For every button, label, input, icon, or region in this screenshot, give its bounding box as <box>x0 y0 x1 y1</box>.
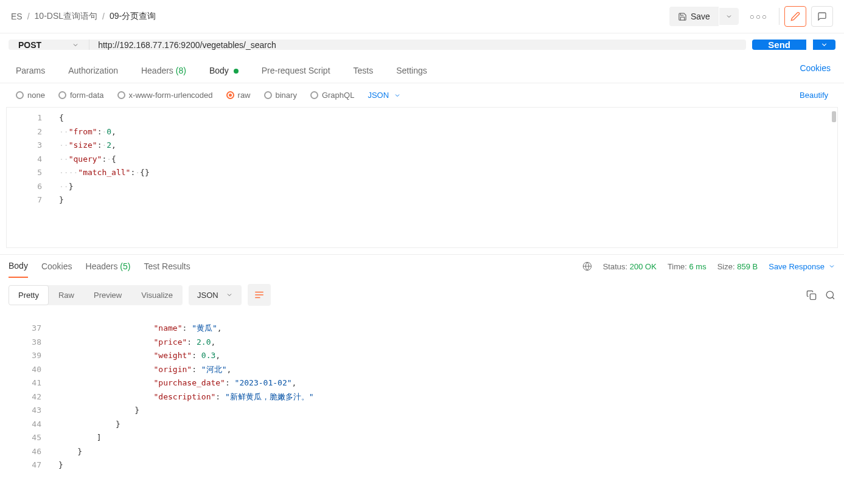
method-url-group: POST <box>9 40 746 50</box>
search-icon[interactable] <box>825 290 835 300</box>
beautify-button[interactable]: Beautify <box>800 91 828 100</box>
save-icon <box>678 12 687 21</box>
chevron-down-icon <box>828 263 835 270</box>
method-select[interactable]: POST <box>9 40 89 50</box>
radio-raw[interactable]: raw <box>226 91 251 100</box>
view-pretty[interactable]: Pretty <box>9 285 49 305</box>
resp-headers-count: (5) <box>120 261 130 271</box>
chevron-down-icon <box>394 92 401 99</box>
radio-formdata[interactable]: form-data <box>58 91 104 100</box>
resp-tab-results[interactable]: Test Results <box>144 261 190 277</box>
tab-params[interactable]: Params <box>13 61 47 83</box>
response-actions <box>806 290 835 300</box>
comment-button[interactable] <box>811 6 833 27</box>
chevron-down-icon <box>226 291 233 299</box>
tab-body[interactable]: Body <box>207 61 241 83</box>
save-response-button[interactable]: Save Response <box>769 262 835 271</box>
svg-rect-5 <box>810 294 815 299</box>
svg-line-7 <box>832 297 834 299</box>
chevron-down-icon <box>725 13 733 20</box>
save-dropdown-button[interactable] <box>719 8 739 25</box>
save-button[interactable]: Save <box>669 7 719 26</box>
radio-binary[interactable]: binary <box>264 91 297 100</box>
view-mode-segment: Pretty Raw Preview Visualize <box>9 285 183 305</box>
request-body-editor[interactable]: 1234567 { ··"from":·0, ··"size":·2, ··"q… <box>6 107 838 248</box>
breadcrumb-mid[interactable]: 10-DSL查询语句 <box>35 11 97 22</box>
save-label: Save <box>691 12 710 21</box>
tab-headers[interactable]: Headers (8) <box>139 61 189 83</box>
tab-settings[interactable]: Settings <box>394 61 430 83</box>
url-input[interactable] <box>89 40 746 50</box>
code-lines: { ··"from":·0, ··"size":·2, ··"query":·{… <box>7 108 837 247</box>
status-value: 200 OK <box>630 262 657 271</box>
radio-urlencoded[interactable]: x-www-form-urlencoded <box>117 91 213 100</box>
time-value: 6 ms <box>689 262 706 271</box>
method-label: POST <box>18 40 41 50</box>
comment-icon <box>817 12 827 21</box>
body-type-options: none form-data x-www-form-urlencoded raw… <box>0 83 844 107</box>
raw-format-select[interactable]: JSON <box>368 91 401 100</box>
more-button[interactable]: ○○○ <box>744 7 774 26</box>
resp-tab-body[interactable]: Body <box>9 261 28 278</box>
pencil-icon <box>790 12 800 21</box>
ellipsis-icon: ○○○ <box>750 12 768 21</box>
view-raw[interactable]: Raw <box>49 285 84 305</box>
breadcrumb-root[interactable]: ES <box>11 12 23 21</box>
radio-graphql[interactable]: GraphQL <box>310 91 354 100</box>
wrap-icon <box>254 289 265 300</box>
chevron-down-icon <box>72 41 79 49</box>
body-modified-indicator <box>234 69 239 74</box>
view-visualize[interactable]: Visualize <box>131 285 183 305</box>
breadcrumb: ES / 10-DSL查询语句 / 09-分页查询 <box>11 11 156 22</box>
copy-icon[interactable] <box>806 290 817 300</box>
headers-count: (8) <box>176 66 186 75</box>
line-gutter: 1234567 <box>7 108 51 247</box>
response-tabs: Body Cookies Headers (5) Test Results St… <box>0 255 844 278</box>
send-dropdown-button[interactable] <box>813 40 835 50</box>
line-gutter: 3738394041424344454647 <box>6 312 50 476</box>
tab-authorization[interactable]: Authorization <box>66 61 120 83</box>
response-body-viewer[interactable]: 3738394041424344454647 "name": "黄瓜", "pr… <box>6 312 838 476</box>
response-toolbar: Pretty Raw Preview Visualize JSON <box>0 278 844 312</box>
request-tabs: Params Authorization Headers (8) Body Pr… <box>0 56 844 83</box>
top-actions: Save ○○○ <box>669 6 833 27</box>
resp-tab-headers[interactable]: Headers (5) <box>86 261 131 277</box>
tab-prerequest[interactable]: Pre-request Script <box>259 61 333 83</box>
size-value: 859 B <box>737 262 758 271</box>
breadcrumb-sep: / <box>27 12 30 21</box>
chevron-down-icon <box>820 41 828 49</box>
line-wrap-button[interactable] <box>248 284 271 306</box>
send-button[interactable]: Send <box>752 40 806 50</box>
svg-point-6 <box>826 291 833 298</box>
response-format-select[interactable]: JSON <box>189 285 242 305</box>
scroll-indicator <box>832 111 836 122</box>
url-bar: POST Send <box>0 33 844 56</box>
cookies-link[interactable]: Cookies <box>800 63 831 80</box>
radio-none[interactable]: none <box>16 91 45 100</box>
response-meta: Status: 200 OK Time: 6 ms Size: 859 B Sa… <box>582 261 835 277</box>
breadcrumb-sep: / <box>102 12 105 21</box>
breadcrumb-current[interactable]: 09-分页查询 <box>110 11 156 22</box>
resp-tab-cookies[interactable]: Cookies <box>41 261 72 277</box>
tab-tests[interactable]: Tests <box>351 61 376 83</box>
divider <box>779 8 779 25</box>
view-preview[interactable]: Preview <box>84 285 131 305</box>
edit-button[interactable] <box>784 6 806 27</box>
globe-icon[interactable] <box>582 261 592 271</box>
top-bar: ES / 10-DSL查询语句 / 09-分页查询 Save ○○○ <box>0 0 844 33</box>
code-lines: "name": "黄瓜", "price": 2.0, "weight": 0.… <box>6 312 838 476</box>
